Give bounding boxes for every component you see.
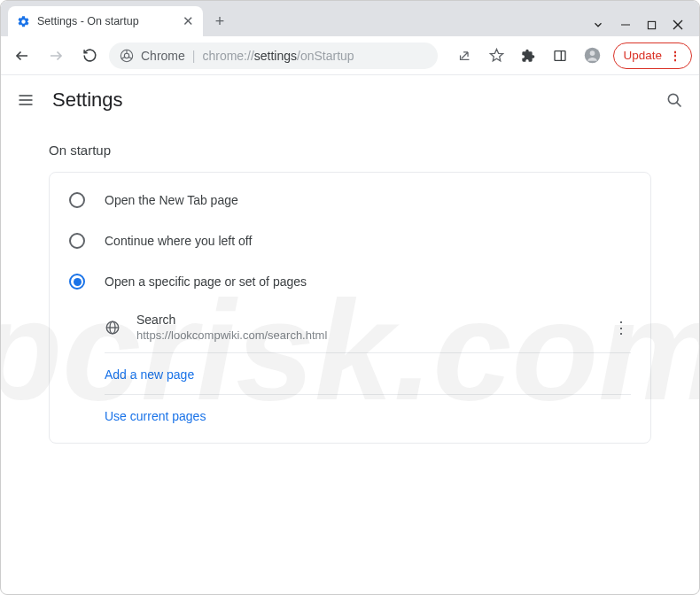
side-panel-icon[interactable] (548, 49, 572, 63)
share-icon[interactable] (452, 48, 477, 63)
profile-icon[interactable] (579, 47, 604, 64)
use-current-pages-link[interactable]: Use current pages (105, 395, 631, 436)
menu-icon[interactable] (17, 91, 35, 109)
reload-button[interactable] (75, 42, 104, 70)
omnibox-app-label: Chrome (141, 49, 185, 63)
minimize-icon[interactable] (620, 19, 631, 30)
chevron-down-icon[interactable] (592, 19, 604, 31)
settings-page: On startup Open the New Tab page Continu… (1, 125, 699, 461)
browser-toolbar: Chrome | chrome://settings/onStartup Upd… (1, 36, 699, 75)
page-title: Settings (52, 89, 123, 112)
startup-page-entry: Search https://lookcompwiki.com/search.h… (105, 302, 631, 353)
bookmark-icon[interactable] (484, 48, 509, 63)
more-options-icon[interactable]: ⋮ (610, 318, 631, 337)
radio-icon (69, 274, 85, 290)
startup-page-url: https://lookcompwiki.com/search.html (136, 328, 594, 342)
settings-header: Settings (1, 75, 699, 125)
more-icon: ⋮ (669, 49, 681, 63)
update-label: Update (623, 49, 662, 62)
address-bar[interactable]: Chrome | chrome://settings/onStartup (109, 42, 438, 69)
svg-line-20 (677, 103, 681, 107)
browser-tab[interactable]: Settings - On startup ✕ (8, 6, 203, 36)
radio-label: Open the New Tab page (105, 193, 238, 207)
close-icon[interactable]: ✕ (183, 13, 194, 29)
globe-icon (105, 320, 121, 336)
gear-icon (17, 15, 30, 28)
radio-icon (69, 233, 85, 249)
svg-line-10 (128, 57, 132, 58)
add-page-link[interactable]: Add a new page (105, 353, 631, 395)
forward-button[interactable] (42, 42, 70, 70)
svg-point-19 (668, 94, 678, 104)
update-button[interactable]: Update ⋮ (613, 42, 692, 69)
startup-page-name: Search (136, 313, 594, 327)
radio-option-continue[interactable]: Continue where you left off (50, 220, 650, 261)
window-controls (592, 19, 699, 36)
close-window-icon[interactable] (673, 19, 683, 30)
omnibox-divider: | (192, 49, 196, 63)
startup-pages-panel: Search https://lookcompwiki.com/search.h… (50, 302, 650, 436)
section-title: On startup (49, 143, 651, 158)
omnibox-url: chrome://settings/onStartup (202, 49, 354, 63)
svg-point-15 (590, 50, 595, 56)
search-icon[interactable] (665, 91, 683, 109)
window-titlebar: Settings - On startup ✕ + (1, 1, 699, 36)
tab-title: Settings - On startup (37, 15, 139, 27)
radio-label: Continue where you left off (105, 234, 252, 248)
new-tab-button[interactable]: + (206, 8, 233, 35)
toolbar-icons (443, 47, 608, 64)
chrome-icon (120, 49, 134, 63)
extensions-icon[interactable] (516, 49, 541, 63)
maximize-icon[interactable] (647, 20, 657, 30)
radio-option-specific[interactable]: Open a specific page or set of pages (50, 261, 650, 302)
svg-rect-1 (648, 21, 655, 28)
svg-line-9 (121, 57, 125, 58)
radio-option-newtab[interactable]: Open the New Tab page (50, 180, 650, 220)
radio-icon (69, 192, 85, 208)
svg-rect-12 (555, 50, 565, 60)
startup-card: Open the New Tab page Continue where you… (49, 172, 651, 444)
svg-marker-11 (490, 49, 502, 60)
back-button[interactable] (8, 42, 36, 70)
startup-page-info: Search https://lookcompwiki.com/search.h… (136, 313, 594, 342)
radio-label: Open a specific page or set of pages (105, 274, 307, 289)
